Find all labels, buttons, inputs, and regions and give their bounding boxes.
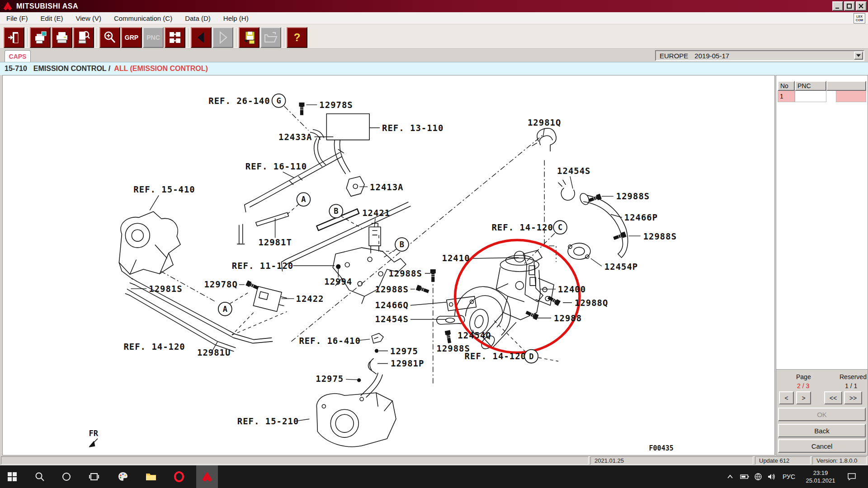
part-label: 12400	[558, 284, 586, 294]
cortana-icon	[61, 472, 71, 482]
print-preview-button[interactable]	[30, 27, 51, 48]
opera-icon	[174, 471, 184, 482]
page-prev-button[interactable]: <	[779, 391, 794, 404]
breadcrumb-code: 15-710	[5, 65, 27, 73]
page-first-button[interactable]: <<	[824, 391, 842, 404]
print-button[interactable]	[52, 27, 72, 48]
leader-lines	[131, 105, 640, 421]
cancel-button[interactable]: Cancel	[778, 439, 866, 453]
back-button[interactable]	[191, 27, 212, 48]
parts-diagram[interactable]: REF. 26-14012978SREF. 13-11012433AREF. 1…	[2, 75, 775, 455]
menu-communication[interactable]: Communication (C)	[108, 13, 179, 24]
table-header: No PNC	[778, 81, 866, 91]
start-button[interactable]	[1, 465, 23, 488]
cortana-button[interactable]	[56, 465, 77, 488]
title-bar: MITSUBISHI ASA	[0, 0, 868, 12]
part-label: 12981T	[258, 237, 292, 247]
row-highlight-cell[interactable]	[836, 91, 866, 102]
pagination-panel: Page Reserved 2 / 3 1 / 1 < > << >> OK B…	[776, 369, 868, 455]
breadcrumb: 15-710 EMISSION CONTROL / ALL (EMISSION …	[0, 62, 868, 75]
exit-door-icon	[7, 30, 21, 45]
part-label: 12433A	[278, 132, 312, 142]
notification-center-button[interactable]	[843, 465, 861, 488]
breadcrumb-group: EMISSION CONTROL /	[33, 65, 110, 73]
mitsubishi-app-icon	[201, 471, 213, 482]
menu-file[interactable]: File (F)	[0, 13, 34, 24]
right-panel: No PNC 1 Page Reserved 2 / 3 1 / 1 < > <…	[776, 75, 868, 455]
windows-logo-icon	[7, 472, 17, 482]
part-label: 12466P	[624, 212, 658, 222]
language-indicator[interactable]: РУС	[779, 465, 798, 488]
region-selector[interactable]: EUROPE 2019-05-17	[655, 50, 864, 61]
toolbar: GRP PNC	[0, 24, 868, 49]
print-search-button[interactable]	[73, 27, 94, 48]
save-button[interactable]	[239, 27, 259, 48]
row-no-cell[interactable]: 1	[778, 91, 795, 102]
magnifier-plus-icon	[103, 30, 117, 45]
tray-expand-button[interactable]	[722, 465, 738, 488]
part-label: 12454P	[604, 262, 638, 272]
question-mark-icon: ?	[294, 31, 301, 44]
part-label: 12988	[554, 313, 582, 323]
menu-help[interactable]: Help (H)	[217, 13, 255, 24]
menu-bar: File (F) Edit (E) View (V) Communication…	[0, 12, 868, 24]
part-label: 12466Q	[375, 300, 408, 310]
chevron-down-icon[interactable]	[854, 52, 863, 60]
part-label: 12988S	[388, 268, 422, 278]
svg-text:A: A	[223, 305, 227, 314]
paint-icon	[118, 471, 128, 482]
page-last-button[interactable]: >>	[844, 391, 862, 404]
menu-edit[interactable]: Edit (E)	[34, 13, 70, 24]
file-explorer-button[interactable]	[140, 465, 162, 488]
clock[interactable]: 23:19 25.01.2021	[801, 465, 840, 488]
callout-C: C	[553, 221, 567, 234]
part-label: 12454S	[557, 166, 590, 176]
breadcrumb-selection: ALL (EMISSION CONTROL)	[114, 65, 208, 73]
svg-text:B: B	[334, 206, 338, 216]
callout-B: B	[329, 204, 343, 218]
tab-caps[interactable]: CAPS	[5, 50, 31, 62]
network-globe-icon	[754, 473, 762, 481]
close-button[interactable]	[856, 1, 867, 11]
opera-app-button[interactable]	[168, 465, 190, 488]
column-header-spacer	[826, 81, 866, 91]
network-status-button[interactable]	[751, 465, 765, 488]
part-label: 12981P	[391, 358, 424, 368]
part-label: 12454S	[375, 314, 408, 324]
minimize-button[interactable]	[832, 1, 843, 11]
taskbar: РУС 23:19 25.01.2021	[0, 465, 868, 488]
part-label: 12981Q	[528, 117, 561, 127]
layout-blocks-button[interactable]	[165, 27, 185, 48]
menu-data[interactable]: Data (D)	[179, 13, 217, 24]
task-view-button[interactable]	[83, 465, 105, 488]
notification-icon	[847, 473, 856, 481]
battery-status-button[interactable]	[738, 465, 751, 488]
volume-button[interactable]	[765, 465, 778, 488]
menu-view[interactable]: View (V)	[70, 13, 108, 24]
row-pnc-cell[interactable]	[795, 91, 826, 102]
part-label: 12994	[324, 277, 352, 286]
part-label: 12981S	[149, 284, 182, 294]
mitsubishi-logo-icon	[3, 1, 13, 11]
mitsubishi-asa-app-button[interactable]	[196, 465, 218, 488]
grp-button[interactable]: GRP	[121, 27, 142, 48]
print-search-icon	[76, 30, 91, 45]
exit-button[interactable]	[4, 27, 24, 48]
part-label: REF. 16-110	[245, 161, 307, 171]
callout-A: A	[297, 192, 310, 206]
part-label: 12410	[442, 253, 470, 263]
zoom-button[interactable]	[99, 27, 120, 48]
pnc-button: PNC	[143, 27, 164, 48]
back-action-button[interactable]: Back	[778, 424, 866, 437]
paint-app-button[interactable]	[112, 465, 134, 488]
help-button[interactable]: ?	[287, 27, 307, 48]
table-row[interactable]: 1	[778, 91, 866, 102]
blocks-grid-icon	[168, 30, 182, 45]
column-header-no: No	[778, 81, 795, 91]
maximize-button[interactable]	[844, 1, 855, 11]
part-label: REF. 26-140	[208, 96, 270, 106]
taskbar-search-button[interactable]	[29, 465, 51, 488]
svg-text:C: C	[558, 223, 562, 232]
part-label: 12978Q	[204, 279, 237, 289]
page-next-button[interactable]: >	[796, 391, 811, 404]
